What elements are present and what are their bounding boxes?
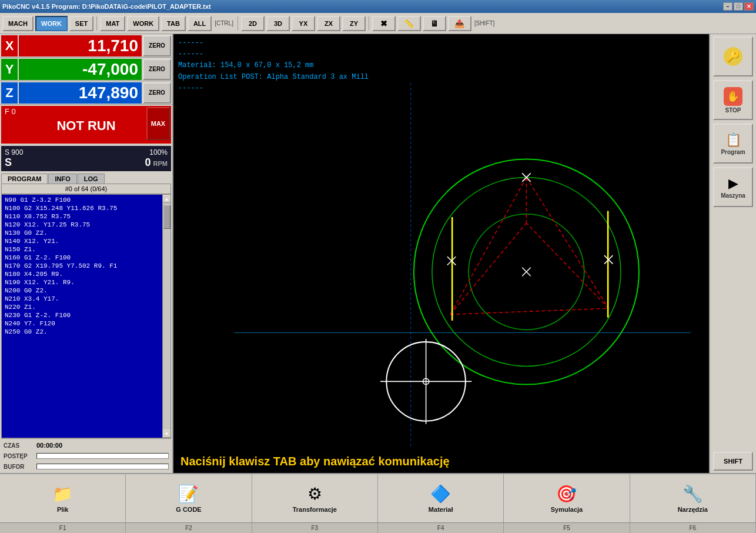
svg-line-5 — [450, 178, 526, 315]
left-panel: X 11,710 ZERO Y -47,000 ZERO Z 147,890 Z… — [0, 34, 173, 473]
program-line[interactable]: N210 X3.4 Y17. — [3, 295, 169, 303]
key-icon: 🔑 — [724, 47, 742, 66]
btn-zx[interactable]: ZX — [317, 16, 340, 31]
program-line[interactable]: N250 G0 Z2. — [3, 328, 169, 336]
status-message-text: Naciśnij klawisz TAB aby nawiązać komuni… — [180, 455, 450, 468]
key-button[interactable]: 🔑 — [713, 36, 753, 76]
work-button[interactable]: WORK — [35, 16, 68, 31]
program-line[interactable]: N100 G2 X15.248 Y11.626 R3.75 — [3, 204, 169, 212]
program-line[interactable]: N120 X12. Y17.25 R3.75 — [3, 221, 169, 229]
symulacja-icon: 🎯 — [556, 484, 577, 504]
bottom-btn-plik[interactable]: 📁Plik — [0, 474, 126, 522]
tab-info[interactable]: INFO — [48, 174, 76, 184]
all-button[interactable]: ALL — [188, 16, 212, 31]
bottom-btn-materiał[interactable]: 🔷Materiał — [378, 474, 504, 522]
g code-label: G CODE — [176, 506, 201, 513]
maximize-button[interactable]: □ — [734, 2, 743, 11]
right-panel: 🔑 ✋ STOP 📋 Program ▶ Maszyna SHIFT — [709, 34, 756, 473]
program-label: Program — [721, 149, 745, 155]
postep-label: POSTĘP — [4, 453, 34, 459]
program-button[interactable]: 📋 Program — [713, 124, 753, 164]
transformacje-label: Transformacje — [293, 506, 337, 513]
separator-2 — [237, 16, 238, 31]
program-line[interactable]: N200 G0 Z2. — [3, 287, 169, 295]
program-line[interactable]: N190 X12. Y21. R9. — [3, 278, 169, 287]
ctrl-label: [CTRL] — [213, 20, 235, 26]
tab-log[interactable]: LOG — [78, 174, 105, 184]
program-list[interactable]: N90 G1 Z-3.2 F100N100 G2 X15.248 Y11.626… — [1, 194, 171, 438]
close-button[interactable]: ✕ — [744, 2, 754, 11]
icon-btn-3[interactable]: 🖥 — [423, 16, 446, 31]
plik-icon: 📁 — [52, 484, 73, 504]
btn-2d[interactable]: 2D — [241, 16, 265, 31]
x-zero-button[interactable]: ZERO — [143, 35, 171, 56]
tab-button[interactable]: TAB — [161, 16, 186, 31]
z-axis-label: Z — [1, 82, 18, 104]
feed-label: F 0 — [5, 107, 16, 116]
program-lines: N90 G1 Z-3.2 F100N100 G2 X15.248 Y11.626… — [2, 195, 170, 337]
max-button[interactable]: MAX — [146, 107, 170, 140]
program-line[interactable]: N230 G1 Z-2. F100 — [3, 311, 169, 319]
stop-label: STOP — [725, 107, 741, 114]
set-button[interactable]: SET — [69, 16, 93, 31]
y-axis-value: -47,000 — [19, 59, 142, 80]
materiał-label: Materiał — [429, 506, 453, 513]
btn-yx[interactable]: YX — [292, 16, 315, 31]
program-scrollbar[interactable]: ▲ ▼ — [162, 195, 170, 438]
program-line[interactable]: N130 G0 Z2. — [3, 229, 169, 237]
separator-1 — [96, 16, 97, 31]
main-toolbar: MACH WORK SET MAT WORK TAB ALL [CTRL] 2D… — [0, 13, 756, 34]
minimize-button[interactable]: − — [723, 2, 732, 11]
stop-button[interactable]: ✋ STOP — [713, 80, 753, 120]
icon-btn-1[interactable]: ✖ — [372, 16, 396, 31]
tab-program[interactable]: PROGRAM — [1, 174, 48, 184]
icon-btn-4[interactable]: 📤 — [448, 16, 471, 31]
mat-button[interactable]: MAT — [100, 16, 125, 31]
fkey-f1: F1 — [0, 523, 126, 533]
spindle-rpm-label: RPM — [153, 160, 168, 167]
spindle-value: 0 — [145, 156, 151, 169]
mach-button[interactable]: MACH — [2, 16, 34, 31]
postep-bar — [36, 453, 169, 459]
y-axis-label: Y — [1, 59, 18, 80]
program-line[interactable]: N90 G1 Z-3.2 F100 — [3, 196, 169, 204]
work2-button[interactable]: WORK — [127, 16, 159, 31]
title-bar: PikoCNC v4.1.5 Program: D:\PikoDATA\G-co… — [0, 0, 756, 13]
icon-btn-2[interactable]: 📏 — [397, 16, 421, 31]
shift-button[interactable]: SHIFT — [713, 452, 753, 471]
program-line[interactable]: N180 X4.205 R9. — [3, 270, 169, 278]
bottom-btn-transformacje[interactable]: ⚙Transformacje — [252, 474, 378, 522]
narzędzia-label: Narzędzia — [678, 506, 708, 513]
program-line[interactable]: N150 Z1. — [3, 245, 169, 254]
czas-value: 00:00:00 — [36, 442, 62, 449]
program-line[interactable]: N220 Z1. — [3, 303, 169, 311]
canvas-area[interactable]: ------ ------ Materiał: 154,0 x 67,0 x 1… — [173, 34, 709, 473]
feed-display: F 0 100% NOT RUN MAX — [1, 106, 171, 144]
x-axis-label: X — [1, 35, 18, 56]
scroll-up-arrow[interactable]: ▲ — [163, 195, 171, 203]
bottom-btn-symulacja[interactable]: 🎯Symulacja — [504, 474, 630, 522]
run-status: NOT RUN — [1, 117, 171, 135]
program-line[interactable]: N110 X8.752 R3.75 — [3, 212, 169, 221]
fkey-f4: F4 — [378, 523, 504, 533]
bottom-btn-g-code[interactable]: 📝G CODE — [126, 474, 252, 522]
btn-zy[interactable]: ZY — [342, 16, 366, 31]
stop-icon: ✋ — [724, 87, 742, 106]
bottom-btn-narzędzia[interactable]: 🔧Narzędzia — [630, 474, 756, 522]
z-zero-button[interactable]: ZERO — [143, 82, 171, 104]
transformacje-icon: ⚙ — [307, 484, 322, 504]
shift-label: [SHIFT] — [473, 20, 496, 26]
scroll-down-arrow[interactable]: ▼ — [163, 429, 171, 438]
scroll-thumb[interactable] — [163, 205, 170, 229]
program-tabs: PROGRAM INFO LOG — [1, 174, 171, 184]
spindle-display: S 900 100% S 0 RPM — [1, 146, 171, 171]
cnc-svg-canvas[interactable] — [173, 34, 709, 473]
program-line[interactable]: N170 G2 X19.795 Y7.502 R9. F1 — [3, 262, 169, 270]
maszyna-button[interactable]: ▶ Maszyna — [713, 167, 753, 207]
program-line[interactable]: N160 G1 Z-2. F100 — [3, 254, 169, 262]
program-line[interactable]: N140 X12. Y21. — [3, 237, 169, 245]
btn-3d[interactable]: 3D — [266, 16, 290, 31]
y-zero-button[interactable]: ZERO — [143, 59, 171, 80]
program-line[interactable]: N240 Y7. F120 — [3, 319, 169, 328]
status-bar: CZAS 00:00:00 POSTĘP BUFOR — [1, 438, 171, 473]
